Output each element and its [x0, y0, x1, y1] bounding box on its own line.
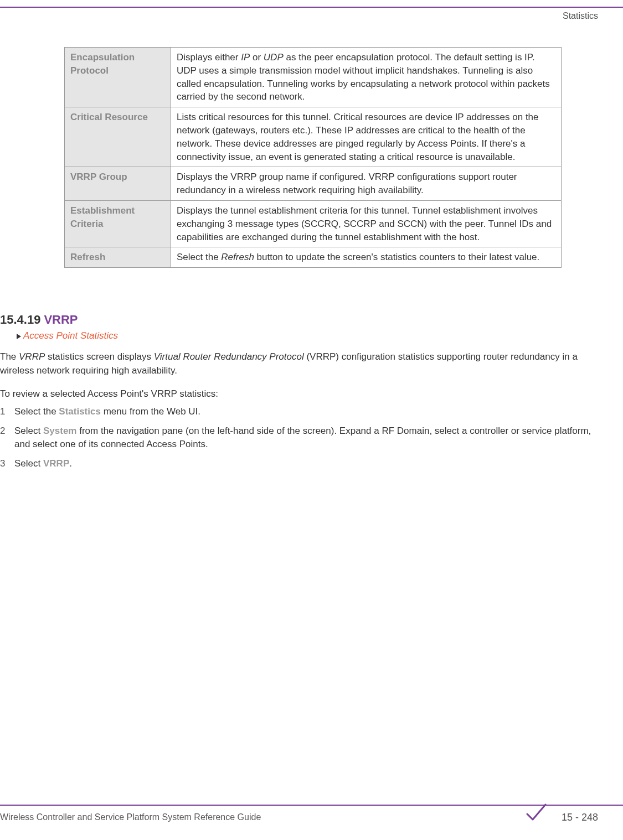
step-text: Select the Statistics menu from the Web …: [14, 405, 598, 419]
text-bold: VRRP: [43, 458, 69, 469]
table-desc: Displays the VRRP group name if configur…: [171, 167, 562, 201]
page-number: 15 - 248: [562, 812, 598, 823]
arrow-right-icon: [17, 334, 21, 339]
text: Select the: [14, 406, 59, 417]
table-desc: Select the Refresh button to update the …: [171, 247, 562, 268]
table-row: Critical Resource Lists critical resourc…: [65, 107, 562, 167]
header-divider: [0, 7, 623, 8]
breadcrumb-text: Access Point Statistics: [23, 330, 118, 341]
section-number: 15.4.19: [0, 313, 40, 326]
table-row: VRRP Group Displays the VRRP group name …: [65, 167, 562, 201]
text-italic: Refresh: [221, 252, 254, 262]
text: Select: [14, 458, 43, 469]
step-text: Select VRRP.: [14, 457, 598, 471]
header-title: Statistics: [563, 11, 598, 21]
step-number: 1: [0, 405, 14, 419]
definitions-table: Encapsulation Protocol Displays either I…: [64, 47, 562, 268]
step-number: 2: [0, 424, 14, 452]
table-label: Establishment Criteria: [65, 200, 171, 247]
step-list: 1 Select the Statistics menu from the We…: [0, 405, 598, 476]
breadcrumb[interactable]: Access Point Statistics: [17, 330, 118, 341]
text-italic: IP: [241, 52, 250, 63]
table-label: VRRP Group: [65, 167, 171, 201]
list-item: 3 Select VRRP.: [0, 457, 598, 471]
text-italic: VRRP: [19, 351, 45, 362]
table-row: Establishment Criteria Displays the tunn…: [65, 200, 562, 247]
table-desc: Displays either IP or UDP as the peer en…: [171, 48, 562, 107]
list-item: 2 Select System from the navigation pane…: [0, 424, 598, 452]
text-italic: UDP: [264, 52, 284, 63]
intro-paragraph: The VRRP statistics screen displays Virt…: [0, 350, 598, 377]
table-label: Critical Resource: [65, 107, 171, 167]
section-name: VRRP: [44, 313, 78, 326]
table-label: Refresh: [65, 247, 171, 268]
text: statistics screen displays: [45, 351, 154, 362]
text: Select: [14, 426, 43, 436]
table-row: Refresh Select the Refresh button to upd…: [65, 247, 562, 268]
table-label: Encapsulation Protocol: [65, 48, 171, 107]
text: or: [250, 52, 264, 63]
text: Select the: [177, 252, 221, 262]
text: button to update the screen's statistics…: [254, 252, 539, 262]
text: from the navigation pane (on the left-ha…: [14, 426, 591, 450]
step-number: 3: [0, 457, 14, 471]
text-italic: Virtual Router Redundancy Protocol: [154, 351, 304, 362]
table-desc: Displays the tunnel establishment criter…: [171, 200, 562, 247]
list-item: 1 Select the Statistics menu from the We…: [0, 405, 598, 419]
footer-title: Wireless Controller and Service Platform…: [0, 812, 261, 822]
table-row: Encapsulation Protocol Displays either I…: [65, 48, 562, 107]
checkmark-icon: [524, 802, 547, 826]
text-bold: System: [43, 426, 76, 436]
text: menu from the Web UI.: [101, 406, 200, 417]
text: Displays either: [177, 52, 241, 63]
text-bold: Statistics: [59, 406, 101, 417]
table-desc: Lists critical resources for this tunnel…: [171, 107, 562, 167]
section-heading: 15.4.19VRRP: [0, 313, 78, 327]
text: The: [0, 351, 19, 362]
step-text: Select System from the navigation pane (…: [14, 424, 598, 452]
intro-paragraph-2: To review a selected Access Point's VRRP…: [0, 387, 598, 401]
text: .: [69, 458, 72, 469]
